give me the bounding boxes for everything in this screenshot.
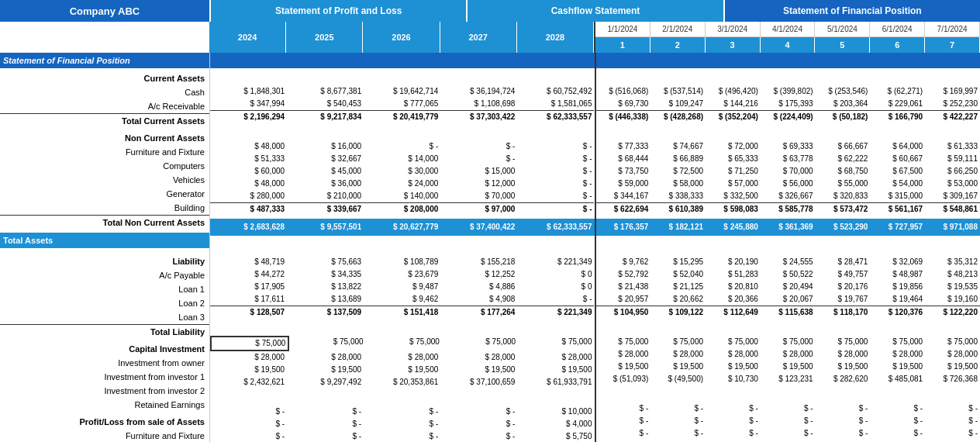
pl-vehicles-2027: $ 15,000 bbox=[440, 165, 517, 178]
sfp-acr-row: $ 69,730 $ 109,247 $ 144,216 $ 175,393 $… bbox=[596, 98, 981, 110]
pl-acr-2026: $ 777,065 bbox=[364, 98, 440, 110]
sfp-furniture-4: $ 69,333 bbox=[761, 140, 816, 153]
sfp-vehicles-6: $ 67,500 bbox=[870, 165, 925, 178]
pl-tnca-2024: $ 487,333 bbox=[210, 202, 287, 216]
loan3-label: Loan 3 bbox=[0, 310, 209, 324]
sfp-loan1-7: $ 48,213 bbox=[925, 268, 980, 281]
sfp-inv-owner-row: $ 75,000 $ 75,000 $ 75,000 $ 75,000 $ 75… bbox=[596, 336, 981, 348]
sfp-current-assets-header bbox=[596, 71, 981, 85]
sfp-tab[interactable]: Statement of Financial Position bbox=[723, 0, 980, 22]
pl-re-2028: $ 61,933,791 bbox=[517, 376, 594, 388]
sfp-acp-row: $ 9,762 $ 15,295 $ 20,190 $ 24,555 $ 28,… bbox=[596, 256, 981, 268]
furniture2-label: Furniture and Fixture bbox=[0, 429, 209, 442]
sfp-computers-7: $ 59,111 bbox=[925, 153, 980, 165]
pl-tl-2025: $ 137,509 bbox=[287, 306, 364, 319]
sfp-nums-row: 1 2 3 4 5 6 7 bbox=[595, 37, 980, 53]
sfp-tnca-2: $ 610,389 bbox=[650, 202, 706, 216]
sfp-dates-row: 1/1/2024 2/1/2024 3/1/2024 4/1/2024 5/1/… bbox=[595, 22, 980, 37]
sfp-cash-5: $ (253,546) bbox=[816, 85, 871, 98]
pl-furniture-2024: $ 48,000 bbox=[210, 140, 287, 153]
sfp-cash-row: $ (516,068) $ (537,514) $ (496,420) $ (3… bbox=[596, 85, 981, 98]
pl-tnca-row: $ 487,333 $ 339,667 $ 208,000 $ 97,000 $… bbox=[210, 202, 595, 216]
sfp-inv1-1: $ 28,000 bbox=[596, 348, 651, 361]
pl-generator-2025: $ 36,000 bbox=[287, 178, 364, 190]
sfp-ta-7: $ 971,088 bbox=[925, 219, 980, 236]
pl-computers-2024: $ 51,333 bbox=[210, 153, 287, 165]
sfp-cash-4: $ (399,802) bbox=[761, 85, 816, 98]
pl-inv2-2024: $ 19,500 bbox=[210, 364, 287, 376]
sfp-date-5: 5/1/2024 bbox=[815, 22, 870, 37]
sfp-tl-6: $ 120,376 bbox=[870, 306, 925, 319]
pl-inv-owner-2025: $ 75,000 bbox=[289, 336, 365, 351]
sfp-generator-1: $ 59,000 bbox=[596, 178, 651, 190]
sfp-liability-header bbox=[596, 242, 981, 256]
pl-generator-2024: $ 48,000 bbox=[210, 178, 287, 190]
sfp-acr-5: $ 203,364 bbox=[816, 98, 871, 110]
sfp-tca-5: $ (50,182) bbox=[816, 110, 871, 123]
cf-tab[interactable]: Cashflow Statement bbox=[466, 0, 723, 22]
pl-years-header: 2024 2025 2026 2027 2028 bbox=[209, 22, 594, 53]
pl-fs-2025: $ - bbox=[287, 406, 364, 418]
ac-receivable-label: A/c Receivable bbox=[0, 99, 209, 113]
pl-fs-2027: $ - bbox=[440, 406, 517, 418]
sfp-inv-owner-7: $ 75,000 bbox=[925, 336, 980, 348]
sfp-fs-4: $ - bbox=[761, 402, 816, 415]
sfp-re-5: $ 282,620 bbox=[816, 373, 871, 385]
sfp-inv1-3: $ 28,000 bbox=[706, 348, 761, 361]
sfp-inv2-row: $ 19,500 $ 19,500 $ 19,500 $ 19,500 $ 19… bbox=[596, 361, 981, 373]
investment-investor1-label: Investment from investor 1 bbox=[0, 370, 209, 384]
sub-header-row: 2024 2025 2026 2027 2028 1/1/2024 2/1/20… bbox=[0, 22, 980, 53]
sfp-generator-3: $ 57,000 bbox=[706, 178, 761, 190]
computers-label: Computers bbox=[0, 159, 209, 173]
sfp-cs-6: $ - bbox=[870, 415, 925, 427]
pl-loan3-row: $ 17,611 $ 13,689 $ 9,462 $ 4,908 $ - bbox=[210, 293, 595, 306]
sfp-total-assets-row: $ 176,357 $ 182,121 $ 245,880 $ 361,369 … bbox=[596, 219, 981, 236]
sfp-nca-header bbox=[596, 126, 981, 140]
pl-cs-2027: $ - bbox=[440, 418, 517, 430]
sfp-computers-4: $ 63,778 bbox=[761, 153, 816, 165]
sfp-fs-3: $ - bbox=[706, 402, 761, 415]
pl-cs-2024: $ - bbox=[210, 418, 287, 430]
company-tab[interactable]: Company ABC bbox=[0, 0, 209, 22]
sfp-acp-3: $ 20,190 bbox=[706, 256, 761, 268]
sfp-cash-6: $ (62,271) bbox=[870, 85, 925, 98]
sfp-computers-2: $ 66,889 bbox=[650, 153, 706, 165]
sfp-months-header: 1/1/2024 2/1/2024 3/1/2024 4/1/2024 5/1/… bbox=[594, 22, 980, 53]
sfp-cs-3: $ - bbox=[706, 415, 761, 427]
sfp-inv1-5: $ 28,000 bbox=[816, 348, 871, 361]
pl-nca-header bbox=[210, 126, 595, 140]
sfp-tnca-row: $ 622,694 $ 610,389 $ 598,083 $ 585,778 … bbox=[596, 202, 981, 216]
sfp-tl-1: $ 104,950 bbox=[596, 306, 651, 319]
pl-tab[interactable]: Statement of Profit and Loss bbox=[209, 0, 466, 22]
sfp-date-2: 2/1/2024 bbox=[650, 22, 706, 37]
total-liability-label: Total Liability bbox=[0, 324, 209, 339]
pl-inv1-2028: $ 28,000 bbox=[517, 351, 594, 364]
sfp-fs-1: $ - bbox=[596, 402, 651, 415]
sfp-tnca-7: $ 548,861 bbox=[925, 202, 980, 216]
sfp-tca-7: $ 422,227 bbox=[925, 110, 980, 123]
sfp-inv1-row: $ 28,000 $ 28,000 $ 28,000 $ 28,000 $ 28… bbox=[596, 348, 981, 361]
pl-tl-2026: $ 151,418 bbox=[364, 306, 440, 319]
pl-loan1-row: $ 44,272 $ 34,335 $ 23,679 $ 12,252 $ 0 bbox=[210, 268, 595, 281]
sfp-re-3: $ 10,730 bbox=[706, 373, 761, 385]
sfp-cs-7: $ - bbox=[925, 415, 980, 427]
sfp-generator-6: $ 54,000 bbox=[870, 178, 925, 190]
sfp-cash-2: $ (537,514) bbox=[650, 85, 706, 98]
cash-label: Cash bbox=[0, 85, 209, 99]
pl-fs-2028: $ 10,000 bbox=[517, 406, 594, 418]
sfp-num-3: 3 bbox=[706, 37, 761, 53]
sfp-inv2-3: $ 19,500 bbox=[706, 361, 761, 373]
sfp-section-header bbox=[596, 53, 981, 68]
sfp-re-7: $ 726,368 bbox=[925, 373, 980, 385]
sfp-tca-row: $ (446,338) $ (428,268) $ (352,204) $ (2… bbox=[596, 110, 981, 123]
sfp-inv-owner-6: $ 75,000 bbox=[870, 336, 925, 348]
sfp-inv-owner-1: $ 75,000 bbox=[596, 336, 651, 348]
sfp-inv2-4: $ 19,500 bbox=[761, 361, 816, 373]
pl-ta-2025: $ 9,557,501 bbox=[287, 219, 364, 236]
pl-furniture-2027: $ - bbox=[440, 140, 517, 153]
sfp-loan3-3: $ 20,366 bbox=[706, 293, 761, 306]
sfp-acr-6: $ 229,061 bbox=[870, 98, 925, 110]
sfp-furniture-3: $ 72,000 bbox=[706, 140, 761, 153]
pl-ta-2028: $ 62,333,557 bbox=[517, 219, 594, 236]
sfp-fs-6: $ - bbox=[870, 402, 925, 415]
